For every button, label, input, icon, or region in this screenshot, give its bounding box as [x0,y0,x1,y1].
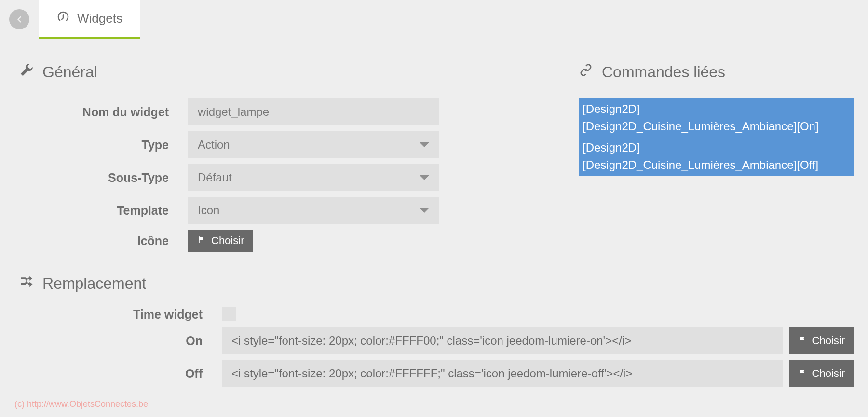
choose-off-button[interactable]: Choisir [789,360,854,387]
back-button[interactable] [0,0,39,39]
link-icon [579,63,593,81]
caret-down-icon [420,175,429,180]
label-type: Type [19,138,188,152]
select-type-value: Action [198,138,230,152]
label-icon: Icône [19,234,188,248]
label-off: Off [19,367,222,381]
section-linked: Commandes liées [579,63,854,81]
flag-icon [798,334,807,347]
caret-down-icon [420,208,429,213]
label-widget-name: Nom du widget [19,105,188,119]
section-replacement: Remplacement [19,274,550,292]
flag-icon [798,367,807,380]
section-replacement-title: Remplacement [42,275,146,292]
shuffle-icon [19,274,34,292]
input-off[interactable] [222,360,783,387]
select-template[interactable]: Icon [188,197,439,224]
select-subtype[interactable]: Défaut [188,164,439,191]
choose-on-label: Choisir [812,334,845,347]
section-general-title: Général [42,63,97,81]
linked-commands-list: [Design2D][Design2D_Cuisine_Lumières_Amb… [579,98,854,176]
select-template-value: Icon [198,204,219,217]
tab-widgets[interactable]: Widgets [39,0,140,39]
input-widget-name[interactable] [188,98,439,125]
choose-icon-label: Choisir [211,235,244,247]
linked-command-item[interactable]: [Design2D][Design2D_Cuisine_Lumières_Amb… [579,137,854,176]
watermark: (c) http://www.ObjetsConnectes.be [14,399,148,409]
tab-label: Widgets [77,11,122,26]
checkbox-time-widget[interactable] [222,307,236,321]
back-icon [9,9,29,29]
select-subtype-value: Défaut [198,171,232,184]
topbar: Widgets [0,0,868,39]
dashboard-icon [56,10,70,28]
label-template: Template [19,204,188,218]
choose-on-button[interactable]: Choisir [789,327,854,354]
select-type[interactable]: Action [188,131,439,158]
choose-off-label: Choisir [812,367,845,380]
label-time-widget: Time widget [19,307,222,321]
choose-icon-button[interactable]: Choisir [188,230,253,252]
caret-down-icon [420,142,429,147]
wrench-icon [19,63,34,81]
label-on: On [19,334,222,348]
section-linked-title: Commandes liées [602,63,725,81]
input-on[interactable] [222,327,783,354]
linked-command-item[interactable]: [Design2D][Design2D_Cuisine_Lumières_Amb… [579,98,854,137]
flag-icon [197,235,206,247]
section-general: Général [19,63,550,81]
label-subtype: Sous-Type [19,171,188,185]
